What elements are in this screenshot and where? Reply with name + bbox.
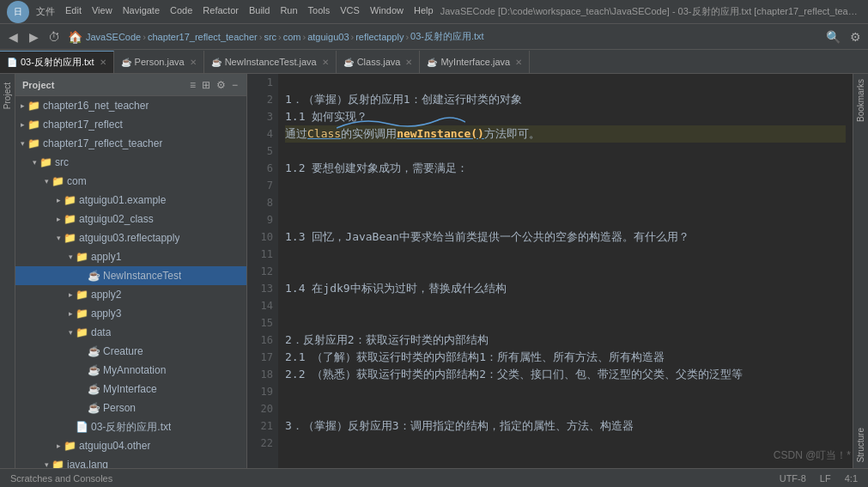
tab-class-close[interactable]: ✕: [405, 58, 412, 67]
tab-txt-label: 03-反射的应用.txt: [21, 56, 94, 69]
sidebar-settings[interactable]: ⚙: [215, 78, 228, 92]
menu-file[interactable]: 文件: [36, 5, 55, 18]
main-area: Project Project ≡ ⊞ ⚙ − ▸ 📁 chapter16_ne…: [0, 74, 868, 468]
tab-newinstancetest[interactable]: ☕ NewInstanceTest.java ✕: [204, 51, 337, 73]
tab-txt-file[interactable]: 📄 03-反射的应用.txt ✕: [0, 51, 114, 73]
right-side-tabs: Bookmarks Structure: [853, 74, 868, 468]
breadcrumb-com[interactable]: com: [283, 32, 301, 42]
tree-item[interactable]: ▸ 📁 apply3: [15, 304, 246, 323]
breadcrumb-src[interactable]: src: [264, 32, 276, 42]
tree-item[interactable]: 📄 03-反射的应用.txt: [15, 417, 246, 436]
tree-item-label: apply3: [91, 307, 121, 320]
code-line: 1.4 在jdk9中标识为过时，替换成什么结构: [285, 280, 846, 297]
menu-run[interactable]: Run: [280, 5, 297, 18]
tab-myinterface-close[interactable]: ✕: [515, 58, 522, 67]
project-tree[interactable]: ▸ 📁 chapter16_net_teacher ▸ 📁 chapter17_…: [15, 96, 246, 468]
tree-item-icon: 📁: [64, 213, 76, 225]
tab-person-close[interactable]: ✕: [190, 58, 197, 67]
tree-item[interactable]: ☕ Creature: [15, 342, 246, 361]
menu-code[interactable]: Code: [170, 5, 192, 18]
tree-item[interactable]: ▸ 📁 atguigu01.example: [15, 191, 246, 210]
tab-txt-close[interactable]: ✕: [100, 58, 106, 67]
home-button[interactable]: 🏠: [65, 27, 84, 46]
editor-text[interactable]: 1．（掌握）反射的应用1：创建运行时类的对象1.1 如何实现？通过Class的实…: [278, 74, 853, 468]
settings-button[interactable]: ⚙: [846, 27, 865, 46]
tree-item-label: chapter17_reflect_teacher: [43, 137, 162, 149]
breadcrumb-module[interactable]: chapter17_reflect_teacher: [148, 32, 258, 42]
tree-item[interactable]: ▸ 📁 chapter17_reflect: [15, 115, 246, 134]
tree-item-icon: ☕: [88, 364, 100, 376]
menu-edit[interactable]: Edit: [65, 5, 82, 18]
tab-newinstancetest-close[interactable]: ✕: [322, 58, 329, 67]
menu-help[interactable]: Help: [414, 5, 434, 18]
tree-item-label: MyInterface: [103, 383, 157, 395]
tree-item-label: chapter17_reflect: [43, 119, 123, 131]
tree-item[interactable]: ☕ Person: [15, 399, 246, 417]
menu-tools[interactable]: Tools: [308, 5, 331, 18]
breadcrumb-file[interactable]: 03-反射的应用.txt: [410, 30, 484, 43]
menu-window[interactable]: Window: [370, 5, 404, 18]
tree-item[interactable]: ▾ 📁 data: [15, 323, 246, 342]
tree-item[interactable]: ☕ MyInterface: [15, 380, 246, 399]
tree-item-icon: 📁: [76, 251, 88, 263]
status-line-ending[interactable]: LF: [816, 473, 835, 484]
tree-item[interactable]: ▾ 📁 atguigu03.reflectapply: [15, 228, 246, 247]
tree-item-icon: 📁: [52, 175, 64, 187]
tree-item[interactable]: ▸ 📁 chapter16_net_teacher: [15, 96, 246, 115]
tree-item[interactable]: ▾ 📁 com: [15, 172, 246, 191]
breadcrumb-project[interactable]: JavaSECode: [86, 32, 141, 42]
status-encoding[interactable]: UTF-8: [776, 473, 810, 484]
code-line: [285, 194, 846, 211]
code-suffix: 方法即可。: [484, 127, 540, 140]
tree-item-icon: ☕: [88, 345, 100, 357]
tab-myinterface[interactable]: ☕ MyInterface.java ✕: [420, 51, 530, 73]
sidebar-header: Project ≡ ⊞ ⚙ −: [15, 74, 246, 96]
bookmarks-tab[interactable]: Bookmarks: [854, 74, 867, 127]
menu-navigate[interactable]: Navigate: [123, 5, 160, 18]
search-everywhere-button[interactable]: 🔍: [823, 27, 842, 46]
menu-build[interactable]: Build: [249, 5, 270, 18]
scratches-consoles-label[interactable]: Scratches and Consoles: [7, 473, 116, 484]
tree-arrow: ▾: [65, 253, 76, 261]
structure-tab[interactable]: Structure: [854, 423, 867, 468]
tree-item-icon: ☕: [88, 402, 100, 414]
tree-item[interactable]: ☕ MyAnnotation: [15, 361, 246, 380]
tree-item[interactable]: ▾ 📁 apply1: [15, 247, 246, 266]
tree-item[interactable]: ▸ 📁 apply2: [15, 285, 246, 304]
sidebar-collapse-all[interactable]: ≡: [188, 78, 197, 92]
code-line: [285, 383, 846, 400]
project-side-tab[interactable]: Project: [1, 77, 14, 114]
menu-vcs[interactable]: VCS: [340, 5, 360, 18]
code-line: 2．反射应用2：获取运行时类的内部结构: [285, 332, 846, 349]
sidebar-close[interactable]: −: [230, 78, 240, 92]
tree-arrow: ▾: [29, 158, 39, 167]
tree-item[interactable]: ▾ 📁 chapter17_reflect_teacher: [15, 134, 246, 153]
sidebar-expand-all[interactable]: ⊞: [200, 78, 212, 92]
code-line: 1.3 回忆，JavaBean中要求给当前类提供一个公共的空参的构造器。有什么用…: [285, 228, 846, 246]
tree-item[interactable]: ☕ NewInstanceTest: [15, 266, 246, 285]
breadcrumb: JavaSECode › chapter17_reflect_teacher ›…: [86, 30, 484, 43]
tab-person[interactable]: ☕ Person.java ✕: [114, 51, 204, 73]
tree-item[interactable]: ▾ 📁 src: [15, 153, 246, 172]
tree-item-icon: 📁: [27, 100, 40, 112]
tree-item-icon: ☕: [88, 270, 100, 282]
tree-item[interactable]: ▸ 📁 atguigu02_class: [15, 210, 246, 228]
breadcrumb-atguigu03[interactable]: atguigu03: [307, 32, 349, 42]
menu-view[interactable]: View: [92, 5, 112, 18]
tree-item-icon: ☕: [88, 383, 100, 395]
tree-item[interactable]: ▸ 📁 atguigu04.other: [15, 436, 246, 455]
tree-item-label: NewInstanceTest: [103, 270, 181, 282]
tree-arrow: ▸: [53, 215, 64, 223]
back-button[interactable]: ◀: [3, 27, 22, 46]
tree-item-label: Person: [103, 402, 136, 414]
breadcrumb-reflectapply[interactable]: reflectapply: [355, 32, 404, 42]
tab-class[interactable]: ☕ Class.java ✕: [337, 51, 421, 73]
tree-arrow: ▾: [53, 234, 64, 242]
menu-bar[interactable]: 文件 Edit View Navigate Code Refactor Buil…: [36, 5, 434, 18]
menu-refactor[interactable]: Refactor: [203, 5, 239, 18]
code-line: [285, 435, 846, 452]
recent-files-button[interactable]: ⏱: [45, 27, 64, 46]
tree-item[interactable]: ▾ 📁 java.lang: [15, 455, 246, 468]
forward-button[interactable]: ▶: [24, 27, 43, 46]
code-line: [285, 211, 846, 228]
